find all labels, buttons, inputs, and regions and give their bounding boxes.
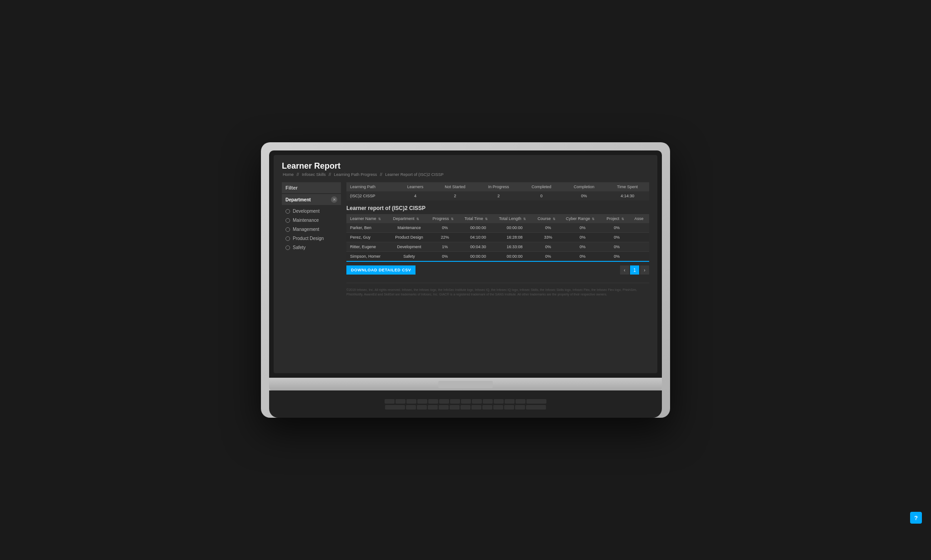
cell-department: Safety (389, 252, 429, 262)
cell-progress: 22% (429, 233, 461, 242)
key (472, 399, 482, 404)
sidebar-item-safety[interactable]: Safety (282, 243, 341, 252)
pagination: ‹ 1 › (620, 265, 649, 275)
col-course[interactable]: Course ⇅ (534, 214, 562, 223)
department-label: Department (285, 197, 311, 202)
main-content: Learning Path Learners Not Started In Pr… (346, 182, 649, 297)
cell-progress: 0% (429, 223, 461, 233)
radio-development[interactable] (285, 209, 290, 214)
pagination-prev[interactable]: ‹ (620, 265, 629, 275)
cell-assessment (631, 233, 649, 242)
bottom-bar: DOWNLOAD DETAILED CSV ‹ 1 › (346, 265, 649, 275)
col-department[interactable]: Department ⇅ (389, 214, 429, 223)
summary-completion: 0% (562, 191, 606, 200)
breadcrumb-home[interactable]: Home (283, 172, 294, 177)
page-title: Learner Report (282, 161, 649, 171)
key (483, 399, 493, 404)
key (460, 405, 471, 410)
key (417, 399, 427, 404)
summary-time-spent: 4:14:30 (606, 191, 649, 200)
sidebar-item-maintenance[interactable]: Maintenance (282, 216, 341, 225)
footer-text: ©2019 Infosec, Inc. All rights reserved.… (346, 283, 649, 297)
sidebar-item-product-design[interactable]: Product Design (282, 234, 341, 243)
cell-cyber-range: 0% (562, 252, 603, 262)
col-cyber-range[interactable]: Cyber Range ⇅ (562, 214, 603, 223)
cell-total-time: 00:00:00 (461, 223, 496, 233)
radio-maintenance[interactable] (285, 218, 290, 223)
key (494, 399, 504, 404)
summary-table: Learning Path Learners Not Started In Pr… (346, 182, 649, 200)
summary-learners: 4 (397, 191, 434, 200)
trackpad (438, 381, 493, 388)
pagination-current[interactable]: 1 (630, 265, 639, 275)
cell-course: 0% (534, 223, 562, 233)
sidebar-container: Development Maintenance Management (282, 207, 341, 252)
cell-total-length: 16:28:08 (496, 233, 534, 242)
key (406, 405, 416, 410)
cell-total-time: 00:00:00 (461, 252, 496, 262)
keyboard (269, 390, 662, 418)
cell-course: 33% (534, 233, 562, 242)
cell-department: Development (389, 242, 429, 252)
cell-department: Product Design (389, 233, 429, 242)
cell-assessment (631, 252, 649, 262)
app-content: Learner Report Home // Infosec Skills //… (274, 155, 657, 303)
sort-icon-course: ⇅ (553, 217, 556, 220)
key (385, 405, 405, 410)
cell-course: 0% (534, 242, 562, 252)
department-expand-icon[interactable]: ✕ (331, 196, 337, 203)
key (406, 399, 416, 404)
radio-management[interactable] (285, 227, 290, 232)
summary-row: (ISC)2 CISSP 4 2 2 0 0% 4:14:30 (346, 191, 649, 200)
cell-total-time: 00:04:30 (461, 242, 496, 252)
key (395, 399, 405, 404)
sidebar: Filter Department ✕ Development (282, 182, 341, 297)
radio-safety[interactable] (285, 245, 290, 250)
key (493, 405, 503, 410)
key (461, 399, 471, 404)
key (515, 405, 525, 410)
col-total-length[interactable]: Total Length ⇅ (496, 214, 534, 223)
col-assessment[interactable]: Asse (631, 214, 649, 223)
key (471, 405, 481, 410)
cell-total-length: 00:00:00 (496, 223, 534, 233)
laptop-frame: Learner Report Home // Infosec Skills //… (261, 142, 670, 418)
screen: Learner Report Home // Infosec Skills //… (274, 155, 657, 373)
key (516, 399, 526, 404)
summary-not-started: 2 (433, 191, 476, 200)
radio-product-design[interactable] (285, 236, 290, 241)
breadcrumb-current: Learner Report of (ISC)2 CISSP (385, 172, 444, 177)
laptop-bottom (269, 378, 662, 390)
cell-total-length: 00:00:00 (496, 252, 534, 262)
key (482, 405, 492, 410)
download-csv-button[interactable]: DOWNLOAD DETAILED CSV (346, 265, 415, 275)
summary-col-completed: Completed (521, 182, 562, 191)
main-layout: Filter Department ✕ Development (282, 182, 649, 297)
key (450, 399, 460, 404)
sidebar-item-development[interactable]: Development (282, 207, 341, 215)
summary-col-completion: Completion (562, 182, 606, 191)
cell-department: Maintenance (389, 223, 429, 233)
cell-cyber-range: 0% (562, 242, 603, 252)
cell-name: Perez, Guy (346, 233, 389, 242)
col-project[interactable]: Project ⇅ (603, 214, 631, 223)
col-learner-name[interactable]: Learner Name ⇅ (346, 214, 389, 223)
pagination-next[interactable]: › (640, 265, 649, 275)
summary-col-in-progress: In Progress (477, 182, 521, 191)
table-row: Parker, Ben Maintenance 0% 00:00:00 00:0… (346, 223, 649, 233)
cell-name: Simpson, Homer (346, 252, 389, 262)
summary-col-learners: Learners (397, 182, 434, 191)
sidebar-item-management[interactable]: Management (282, 225, 341, 234)
breadcrumb-lpp[interactable]: Learning Path Progress (334, 172, 377, 177)
sort-icon-name: ⇅ (378, 217, 381, 220)
cell-course: 0% (534, 252, 562, 262)
help-button[interactable]: ? (910, 512, 922, 524)
table-row: Perez, Guy Product Design 22% 04:10:00 1… (346, 233, 649, 242)
cell-total-length: 16:33:08 (496, 242, 534, 252)
col-total-time[interactable]: Total Time ⇅ (461, 214, 496, 223)
breadcrumb-infosec[interactable]: Infosec Skills (302, 172, 326, 177)
sidebar-items: Development Maintenance Management (282, 207, 341, 252)
col-progress[interactable]: Progress ⇅ (429, 214, 461, 223)
cell-project: 0% (603, 252, 631, 262)
filter-header: Filter (282, 182, 341, 193)
